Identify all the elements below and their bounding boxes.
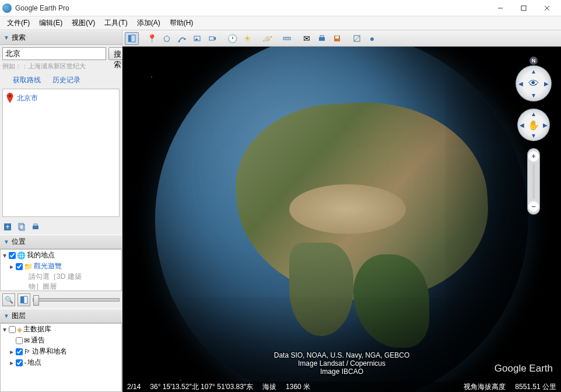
checkbox-primary-db[interactable] — [9, 326, 16, 333]
ruler-button[interactable] — [280, 32, 294, 45]
view-in-maps-button[interactable] — [350, 32, 364, 45]
save-image-button[interactable] — [330, 32, 344, 45]
north-indicator[interactable]: N — [530, 57, 538, 65]
places-panel-header[interactable]: ▼ 位置 — [0, 235, 122, 249]
borders-label: 边界和地名 — [32, 346, 67, 356]
svg-rect-13 — [128, 35, 131, 42]
place-icon: ▪ — [24, 359, 26, 367]
svg-rect-11 — [20, 296, 24, 303]
attrib-line1: Data SIO, NOAA, U.S. Navy, NGA, GEBCO — [274, 351, 410, 359]
search-panel-body: 搜索 例如：：上海浦东新区世纪大 获取路线 历史记录 北京市 — [0, 45, 122, 219]
look-compass[interactable]: N ▲▼▶◀ 👁 — [516, 65, 552, 102]
layers-icon: ◈ — [17, 326, 22, 334]
print-button[interactable] — [315, 32, 329, 45]
copy-search-icon[interactable] — [16, 222, 27, 232]
svg-rect-27 — [320, 36, 324, 37]
eye-icon: 👁 — [528, 78, 539, 90]
svg-rect-12 — [24, 296, 27, 303]
svg-point-17 — [184, 38, 186, 40]
layers-panel-header[interactable]: ▼ 图层 — [0, 309, 122, 323]
save-search-icon[interactable]: + — [2, 222, 13, 232]
history-link[interactable]: 历史记录 — [52, 75, 80, 85]
status-elev-label: 海拔 — [262, 382, 276, 392]
checkbox-places[interactable] — [16, 359, 23, 366]
svg-rect-1 — [521, 6, 526, 10]
maximize-button[interactable] — [512, 0, 535, 16]
planets-button[interactable]: 🪐 — [260, 32, 274, 45]
menu-add[interactable]: 添加(A) — [132, 17, 165, 29]
search-panel-title: 搜索 — [12, 33, 26, 43]
checkbox-borders[interactable] — [16, 348, 23, 355]
zoom-in-button[interactable]: + — [528, 151, 539, 162]
places-hint2: 物］圖層 — [1, 282, 121, 291]
search-panel-header[interactable]: ▼ 搜索 — [0, 30, 122, 45]
search-places-icon[interactable]: 🔍 — [2, 293, 15, 306]
mail-icon: ✉ — [24, 337, 30, 345]
layers-tree[interactable]: ▾ ◈ 主数据库 ✉ 通告 ▸ 🏳 边界和地名 ▸ ▪ 地点 — [0, 323, 122, 392]
tree-row-announcements[interactable]: ✉ 通告 — [1, 335, 121, 346]
status-coords: 36° 15′13.52″北 107° 51′03.83″东 — [150, 382, 253, 392]
tree-row-primary-db[interactable]: ▾ ◈ 主数据库 — [1, 324, 121, 335]
google-earth-logo: Google Earth — [495, 363, 553, 374]
close-button[interactable] — [535, 0, 559, 16]
sightseeing-label: 觀光遊覽 — [34, 261, 62, 271]
email-button[interactable]: ✉ — [300, 32, 314, 45]
globe-container[interactable] — [122, 30, 561, 392]
simulator-button[interactable]: ● — [365, 32, 379, 45]
status-date: 2/14 — [127, 383, 141, 391]
polygon-button[interactable] — [160, 32, 174, 45]
opacity-icon[interactable] — [17, 293, 30, 306]
svg-rect-9 — [33, 226, 38, 229]
tree-row-borders[interactable]: ▸ 🏳 边界和地名 — [1, 346, 121, 357]
sunlight-button[interactable]: ☀ — [240, 32, 254, 45]
globe-icon: 🌐 — [17, 251, 26, 260]
historical-imagery-button[interactable]: 🕐 — [225, 32, 239, 45]
svg-point-4 — [9, 95, 11, 97]
menu-edit[interactable]: 编辑(E) — [34, 17, 67, 29]
menu-help[interactable]: 帮助(H) — [165, 17, 198, 29]
placemark-button[interactable]: 📍 — [145, 32, 159, 45]
minimize-button[interactable] — [489, 0, 512, 16]
tree-row-my-places[interactable]: ▾ 🌐 我的地点 — [1, 250, 121, 261]
tree-row-places[interactable]: ▸ ▪ 地点 — [1, 357, 121, 368]
zoom-slider[interactable]: + − — [527, 148, 540, 215]
slider-thumb[interactable] — [33, 295, 39, 306]
get-directions-link[interactable]: 获取路线 — [13, 75, 41, 85]
title-bar: Google Earth Pro — [0, 0, 561, 16]
menu-tools[interactable]: 工具(T) — [100, 17, 132, 29]
menu-view[interactable]: 视图(V) — [67, 17, 100, 29]
map-viewport[interactable]: 📍 🕐 ☀ 🪐 ✉ ● — [122, 30, 561, 392]
globe[interactable] — [155, 33, 528, 392]
toggle-sidebar-button[interactable] — [125, 32, 139, 45]
image-overlay-button[interactable] — [190, 32, 204, 45]
opacity-slider[interactable] — [33, 298, 120, 302]
nav-controls: N ▲▼▶◀ 👁 ▲ ▼ ▶ ◀ ✋ + − — [516, 65, 552, 215]
places-tree[interactable]: ▾ 🌐 我的地点 ▸ 📁 觀光遊覽 請勾選［3D 建築 物］圖層 — [0, 249, 122, 291]
status-eye-value: 8551.51 公里 — [515, 382, 556, 392]
pan-control[interactable]: ▲ ▼ ▶ ◀ ✋ — [517, 108, 550, 141]
primary-db-label: 主数据库 — [23, 324, 51, 334]
globe-shading — [155, 33, 528, 392]
flag-icon: 🏳 — [24, 348, 31, 356]
folder-icon: 📁 — [24, 262, 33, 271]
tree-row-sightseeing[interactable]: ▸ 📁 觀光遊覽 — [1, 261, 121, 272]
search-result-item[interactable]: 北京市 — [3, 89, 119, 107]
places-hint1: 請勾選［3D 建築 — [1, 272, 121, 282]
checkbox-sightseeing[interactable] — [16, 263, 23, 270]
print-search-icon[interactable] — [30, 222, 41, 232]
opacity-slider-row: 🔍 — [0, 291, 122, 309]
menu-file[interactable]: 文件(F) — [2, 17, 34, 29]
checkbox-my-places[interactable] — [9, 252, 16, 259]
record-tour-button[interactable] — [205, 32, 219, 45]
search-input[interactable] — [2, 47, 106, 60]
places-panel-title: 位置 — [12, 237, 26, 247]
checkbox-announcements[interactable] — [16, 337, 23, 344]
status-bar: 2/14 36° 15′13.52″北 107° 51′03.83″东 海拔 1… — [122, 382, 561, 392]
zoom-track[interactable] — [532, 164, 535, 199]
disclosure-icon: ▼ — [3, 239, 9, 245]
zoom-out-button[interactable]: − — [528, 201, 539, 212]
svg-rect-29 — [335, 36, 339, 38]
path-button[interactable] — [175, 32, 189, 45]
app-icon — [2, 4, 12, 13]
places-label: 地点 — [27, 358, 41, 368]
